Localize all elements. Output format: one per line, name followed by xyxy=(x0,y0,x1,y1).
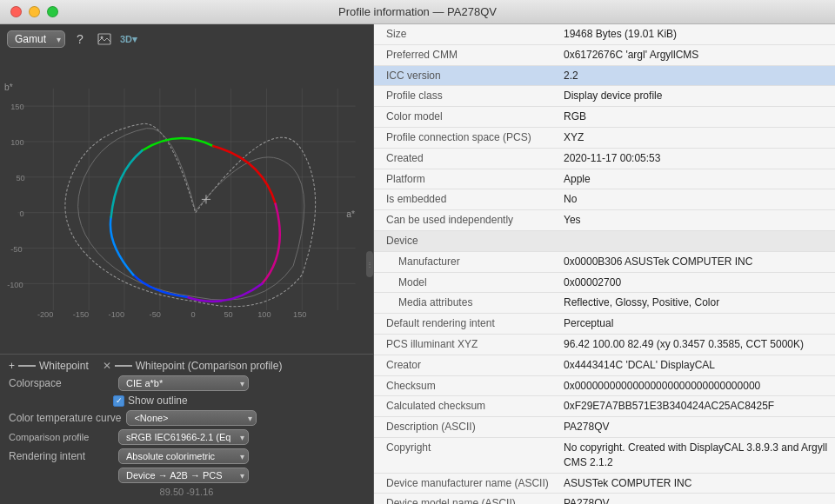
info-key: ICC version xyxy=(374,66,557,86)
table-row: Model0x00002700 xyxy=(374,273,835,294)
svg-text:50: 50 xyxy=(16,174,24,182)
whitepoint-comparison-label: Whitepoint (Comparison profile) xyxy=(136,360,283,372)
info-key: Checksum xyxy=(374,376,557,396)
table-row: Device model name (ASCII)PA278QV xyxy=(374,494,835,504)
x-icon: ✕ xyxy=(103,360,111,372)
left-toolbar: Gamut ? 3D▾ xyxy=(0,24,373,54)
gamut-select[interactable]: Gamut xyxy=(7,30,65,48)
info-key: Profile connection space (PCS) xyxy=(374,128,557,148)
info-value: PA278QV xyxy=(557,494,835,504)
3d-icon[interactable]: 3D▾ xyxy=(119,30,138,49)
info-value: ASUSTek COMPUTER INC xyxy=(557,474,835,494)
right-panel: Size19468 Bytes (19.01 KiB)Preferred CMM… xyxy=(374,24,835,504)
whitepoint-comparison-item: ✕ Whitepoint (Comparison profile) xyxy=(103,360,283,372)
rendering-intent-row: Rendering intent Absolute colorimetric xyxy=(9,448,364,464)
close-button[interactable] xyxy=(10,6,22,17)
table-row: Creator0x4443414C 'DCAL' DisplayCAL xyxy=(374,355,835,376)
info-table: Size19468 Bytes (19.01 KiB)Preferred CMM… xyxy=(374,24,835,504)
svg-text:150: 150 xyxy=(293,310,306,319)
info-value: 0x4443414C 'DCAL' DisplayCAL xyxy=(557,355,835,375)
info-key: Created xyxy=(374,149,557,169)
info-key: Calculated checksum xyxy=(374,396,557,416)
table-row: Manufacturer0x0000B306 ASUSTek COMPUTER … xyxy=(374,252,835,273)
table-row: Description (ASCII)PA278QV xyxy=(374,417,835,438)
show-outline-label: Show outline xyxy=(128,395,188,407)
info-value: Reflective, Glossy, Positive, Color xyxy=(557,293,835,313)
titlebar-buttons xyxy=(10,6,58,17)
device-select[interactable]: Device → A2B → PCS xyxy=(118,468,249,483)
whitepoint-row: + Whitepoint ✕ Whitepoint (Comparison pr… xyxy=(9,360,364,372)
info-value: XYZ xyxy=(557,128,835,148)
table-row: CopyrightNo copyright. Created with Disp… xyxy=(374,438,835,474)
rendering-intent-select[interactable]: Absolute colorimetric xyxy=(118,448,249,464)
info-value: No copyright. Created with DisplayCAL 3.… xyxy=(557,438,835,473)
table-row: Size19468 Bytes (19.01 KiB) xyxy=(374,24,835,45)
info-value: 96.42 100.00 82.49 (xy 0.3457 0.3585, CC… xyxy=(557,335,835,355)
colorspace-select-wrapper[interactable]: CIE a*b* xyxy=(118,375,249,391)
show-outline-row: ✓ Show outline xyxy=(113,395,364,407)
svg-text:b*: b* xyxy=(4,83,13,92)
svg-text:a*: a* xyxy=(346,209,355,219)
rendering-intent-label: Rendering intent xyxy=(9,450,113,462)
help-icon[interactable]: ? xyxy=(70,30,90,49)
color-temp-select[interactable]: <None> xyxy=(126,410,257,426)
info-key: Device manufacturer name (ASCII) xyxy=(374,474,557,494)
left-panel: Gamut ? 3D▾ xyxy=(0,24,374,504)
svg-rect-2 xyxy=(0,80,373,328)
color-temp-row: Color temperature curve <None> xyxy=(9,410,364,426)
maximize-button[interactable] xyxy=(47,6,58,17)
comparison-line xyxy=(115,365,132,367)
image-icon[interactable] xyxy=(95,30,114,49)
colorspace-label: Colorspace xyxy=(9,377,113,389)
colorspace-row: Colorspace CIE a*b* xyxy=(9,375,364,391)
svg-text:0: 0 xyxy=(19,209,23,218)
svg-text:50: 50 xyxy=(224,310,232,319)
table-row: Profile classDisplay device profile xyxy=(374,86,835,107)
table-row: Device manufacturer name (ASCII)ASUSTek … xyxy=(374,474,835,494)
gamut-chart-svg: 150 100 50 0 -50 -100 -200 -150 -100 -50… xyxy=(0,54,373,354)
info-value: 0x00002700 xyxy=(557,273,835,293)
rendering-intent-select-wrapper[interactable]: Absolute colorimetric xyxy=(118,448,249,464)
table-row: Preferred CMM0x6172676C 'argl' ArgyllCMS xyxy=(374,45,835,66)
comparison-select[interactable]: sRGB IEC61966-2.1 (Equiv... xyxy=(118,429,249,445)
comparison-profile-label: Comparison profile xyxy=(9,432,113,442)
table-row: Is embeddedNo xyxy=(374,189,835,210)
table-row: Checksum0x000000000000000000000000000000… xyxy=(374,376,835,397)
info-value: PA278QV xyxy=(557,417,835,437)
device-select-row: Device → A2B → PCS xyxy=(9,468,364,483)
svg-text:-50: -50 xyxy=(10,245,22,254)
info-value: 2020-11-17 00:05:53 xyxy=(557,149,835,169)
info-value: Perceptual xyxy=(557,314,835,334)
info-value: 0x6172676C 'argl' ArgyllCMS xyxy=(557,45,835,65)
show-outline-checkbox[interactable]: ✓ xyxy=(113,395,124,407)
color-temp-label: Color temperature curve xyxy=(9,412,121,424)
info-value: 0x0000B306 ASUSTek COMPUTER INC xyxy=(557,252,835,272)
svg-text:-50: -50 xyxy=(150,310,161,319)
info-key: Can be used independently xyxy=(374,210,557,230)
color-temp-select-wrapper[interactable]: <None> xyxy=(126,410,257,426)
info-value: 2.2 xyxy=(557,66,835,86)
info-key: Preferred CMM xyxy=(374,45,557,65)
info-key: Description (ASCII) xyxy=(374,417,557,437)
comparison-select-wrapper[interactable]: sRGB IEC61966-2.1 (Equiv... xyxy=(118,429,249,445)
svg-text:-150: -150 xyxy=(73,310,89,319)
colorspace-select[interactable]: CIE a*b* xyxy=(118,375,249,391)
window-title: Profile information — PA278QV xyxy=(338,5,497,18)
coordinates-display: 89.50 -91.16 xyxy=(9,487,364,499)
info-key: Color model xyxy=(374,107,557,127)
info-key: Default rendering intent xyxy=(374,314,557,334)
table-row: Can be used independentlyYes xyxy=(374,210,835,231)
bottom-controls: + Whitepoint ✕ Whitepoint (Comparison pr… xyxy=(0,354,373,504)
info-value: RGB xyxy=(557,107,835,127)
device-select-wrapper[interactable]: Device → A2B → PCS xyxy=(118,468,249,483)
comparison-profile-row: Comparison profile sRGB IEC61966-2.1 (Eq… xyxy=(9,429,364,445)
gamut-select-wrapper[interactable]: Gamut xyxy=(7,30,65,48)
info-key: Profile class xyxy=(374,86,557,106)
svg-text:-100: -100 xyxy=(109,310,124,319)
minimize-button[interactable] xyxy=(29,6,40,17)
info-value: Yes xyxy=(557,210,835,230)
table-row: PCS illuminant XYZ96.42 100.00 82.49 (xy… xyxy=(374,335,835,355)
svg-text:-200: -200 xyxy=(37,310,53,319)
whitepoint-label: Whitepoint xyxy=(39,360,89,372)
resize-handle[interactable]: ⋮ xyxy=(366,251,373,277)
